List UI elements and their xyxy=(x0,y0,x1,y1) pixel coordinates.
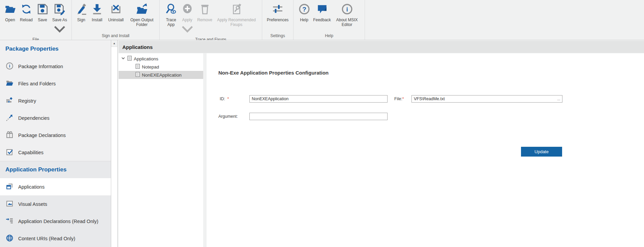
open-output-folder-button[interactable]: Open Output Folder xyxy=(126,2,157,27)
button-label: Reload xyxy=(20,18,33,22)
remove-button[interactable]: Remove xyxy=(195,2,214,22)
uninstall-button[interactable]: Uninstall xyxy=(105,2,126,22)
sidebar-item-label: Package Declarations xyxy=(18,133,66,138)
sidebar-section-package-properties: Package Properties i Package Information… xyxy=(0,40,111,161)
svg-text:i: i xyxy=(346,6,348,13)
reload-icon xyxy=(20,3,32,17)
save-icon xyxy=(36,3,49,17)
button-label: Uninstall xyxy=(108,18,124,22)
document-icon xyxy=(135,64,140,70)
sidebar-section-application-properties: Application Properties Applications Visu… xyxy=(0,161,111,247)
about-msix-editor-button[interactable]: i About MSIX Editor xyxy=(333,2,361,27)
required-asterisk: * xyxy=(402,97,404,101)
ribbon-group-label-help: Help xyxy=(294,33,365,40)
uninstall-icon xyxy=(110,3,122,17)
sidebar-item-registry[interactable]: Registry xyxy=(0,92,111,109)
document-icon xyxy=(127,56,132,62)
document-icon xyxy=(135,72,140,78)
tree-item-nonexeapplication[interactable]: NonEXEApplication xyxy=(119,71,203,79)
button-label: Preferences xyxy=(267,18,289,22)
ribbon-group-trace-and-fixups: Trace App Apply Remove xyxy=(160,0,262,40)
save-button[interactable]: Save xyxy=(35,2,50,22)
open-icon xyxy=(4,3,16,17)
sidebar-item-content-uris[interactable]: Content URIs (Read Only) xyxy=(0,230,111,247)
sidebar-item-capabilities[interactable]: Capabilities xyxy=(0,144,111,161)
update-button[interactable]: Update xyxy=(521,147,562,157)
applications-tree-panel: Applications Notepad NonEXEApplication xyxy=(119,53,203,247)
id-input[interactable] xyxy=(249,95,388,103)
registry-icon xyxy=(6,97,13,105)
save-as-button[interactable]: Save As xyxy=(50,2,69,36)
sidebar-item-label: Dependencies xyxy=(18,115,50,121)
install-icon xyxy=(91,3,103,17)
chevron-down-icon[interactable] xyxy=(181,23,193,36)
argument-input[interactable] xyxy=(249,113,388,120)
sidebar-item-label: Files and Folders xyxy=(18,81,56,86)
content-uris-icon xyxy=(6,234,13,243)
reload-button[interactable]: Reload xyxy=(18,2,35,22)
main-content: Applications Applications Notepad NonEXE… xyxy=(118,40,644,247)
argument-field-label: Argument: xyxy=(218,113,238,120)
button-label: Open xyxy=(5,18,15,22)
id-field-label: ID: * xyxy=(220,95,229,103)
chevron-down-icon[interactable] xyxy=(54,23,66,36)
feedback-button[interactable]: Feedback xyxy=(311,2,333,22)
page-title: Applications xyxy=(122,44,153,50)
applications-icon xyxy=(6,183,13,191)
trace-app-button[interactable]: Trace App xyxy=(163,2,179,27)
open-button[interactable]: Open xyxy=(2,2,18,22)
sidebar-item-applications[interactable]: Applications xyxy=(0,178,111,195)
tree-item-applications-root[interactable]: Applications xyxy=(119,55,203,63)
about-msix-editor-icon: i xyxy=(341,3,353,17)
sidebar-item-label: Capabilities xyxy=(18,150,43,155)
tree-item-label: Applications xyxy=(134,56,158,61)
file-field-wrapper: ... xyxy=(411,95,562,103)
button-label: Help xyxy=(300,18,308,22)
ribbon-group-label-sign-and-install: Sign and Install xyxy=(72,33,159,40)
button-label: Remove xyxy=(197,18,212,22)
ribbon-empty-space xyxy=(365,0,644,40)
button-label: Sign xyxy=(77,18,85,22)
sidebar-item-files-and-folders[interactable]: Files and Folders xyxy=(0,75,111,92)
button-label: Feedback xyxy=(313,18,331,22)
application-declarations-icon xyxy=(6,217,13,226)
apply-button[interactable]: Apply xyxy=(179,2,195,36)
sidebar-item-label: Content URIs (Read Only) xyxy=(18,236,75,241)
sign-button[interactable]: Sign xyxy=(74,2,89,22)
button-label: Save xyxy=(38,18,47,22)
remove-icon xyxy=(199,3,211,17)
tree-item-notepad[interactable]: Notepad xyxy=(119,63,203,71)
tree-item-label: Notepad xyxy=(142,64,159,70)
capabilities-icon xyxy=(6,148,13,157)
sidebar-item-package-information[interactable]: i Package Information xyxy=(0,58,111,75)
svg-text:?: ? xyxy=(302,6,306,13)
sidebar-item-application-declarations[interactable]: Application Declarations (Read Only) xyxy=(0,213,111,230)
file-field-label: File:* xyxy=(394,95,404,103)
form-heading: Non-Exe Application Properties Configura… xyxy=(218,70,329,76)
sidebar-scrollbar[interactable]: ▲ xyxy=(111,40,118,247)
preferences-button[interactable]: Preferences xyxy=(264,2,291,22)
browse-button[interactable]: ... xyxy=(556,96,562,102)
sidebar-item-dependencies[interactable]: Dependencies xyxy=(0,109,111,127)
sign-icon xyxy=(75,3,87,17)
scrollbar-up-arrow-icon[interactable]: ▲ xyxy=(111,40,117,47)
file-label-text: File: xyxy=(394,97,402,101)
ribbon-group-file: Open Reload Save xyxy=(0,0,72,40)
sidebar-item-package-declarations[interactable]: Package Declarations xyxy=(0,127,111,144)
id-label-text: ID: xyxy=(220,97,225,101)
apply-recommended-fixups-button[interactable]: Apply Recommended Fixups xyxy=(214,2,259,27)
help-button[interactable]: ? Help xyxy=(297,2,311,22)
sidebar-item-label: Application Declarations (Read Only) xyxy=(18,219,98,224)
sidebar-item-visual-assets[interactable]: Visual Assets xyxy=(0,195,111,213)
button-label: Open Output Folder xyxy=(127,18,157,27)
chevron-down-icon[interactable] xyxy=(121,56,125,61)
sidebar-item-label: Applications xyxy=(18,184,44,190)
install-button[interactable]: Install xyxy=(89,2,105,22)
package-information-icon: i xyxy=(6,62,13,71)
file-input[interactable] xyxy=(411,95,562,103)
feedback-icon xyxy=(316,3,328,17)
argument-label-text: Argument: xyxy=(218,114,238,119)
trace-app-icon xyxy=(165,3,177,17)
sidebar-item-label: Registry xyxy=(18,98,36,104)
ribbon-group-help: ? Help Feedback i About MSIX Editor Help xyxy=(294,0,365,40)
